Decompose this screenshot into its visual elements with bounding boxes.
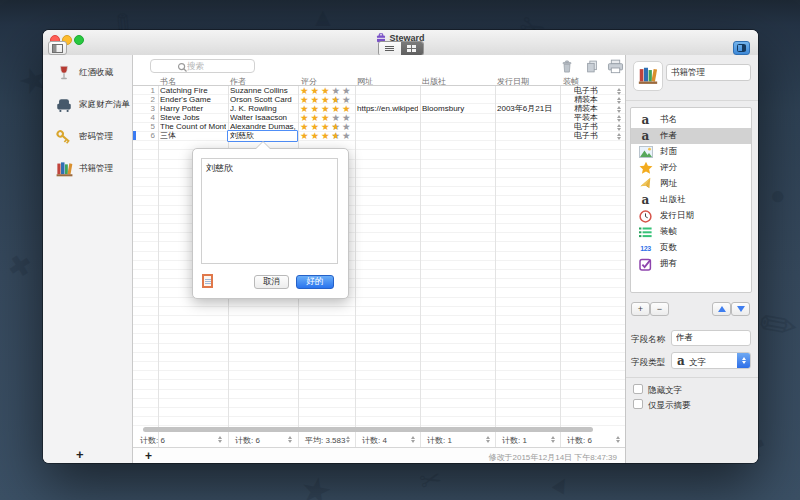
desktop-background: ★✎▲✂★●✎✖★✎▲✖✂ Steward xyxy=(0,0,800,500)
field-row-title[interactable]: a 书名 xyxy=(631,112,751,128)
url-icon xyxy=(638,177,653,192)
collections-sidebar: 红酒收藏 家庭财产清单 xyxy=(43,55,133,463)
horizontal-scrollbar[interactable] xyxy=(143,427,593,432)
cancel-button[interactable]: 取消 xyxy=(254,275,289,289)
field-name-input[interactable] xyxy=(671,330,751,346)
table-row[interactable]: 2 Ender's Game Orson Scott Card ★★★★★★ 精… xyxy=(133,95,625,104)
field-row-publisher[interactable]: a 出版社 xyxy=(631,192,751,208)
author-edit-input[interactable] xyxy=(228,132,290,140)
text-icon: a xyxy=(638,113,653,128)
sidebar-item-books[interactable]: 书籍管理 xyxy=(43,155,133,183)
stat-stepper[interactable] xyxy=(484,435,491,444)
field-label: 出版社 xyxy=(660,194,686,206)
field-type-label: 字段类型 xyxy=(631,357,665,369)
field-row-binding[interactable]: 装帧 xyxy=(631,224,751,240)
field-row-rating[interactable]: 评分 xyxy=(631,160,751,176)
sidebar-item-property[interactable]: 家庭财产清单 xyxy=(43,91,133,119)
table-row[interactable]: 4 Steve Jobs Walter Isaacson ★★★★★ 平装本 xyxy=(133,113,625,122)
field-label: 封面 xyxy=(660,146,677,158)
text-icon: a xyxy=(638,129,653,144)
field-row-owned[interactable]: 拥有 xyxy=(631,256,751,272)
hide-text-checkbox[interactable] xyxy=(633,384,643,394)
down-arrow-icon xyxy=(737,306,745,312)
add-record-button[interactable]: + xyxy=(145,449,152,463)
stat-stepper[interactable] xyxy=(549,435,556,444)
binding-stepper[interactable] xyxy=(616,114,622,122)
field-row-cover[interactable]: 封面 xyxy=(631,144,751,160)
table-row-selected[interactable]: 6 三体 ★★★★★★ 电子书 xyxy=(133,131,625,140)
table-row[interactable]: 3 Harry Potter J. K. Rowling ★★★★★ https… xyxy=(133,104,625,113)
stat-title[interactable]: 计数: 6 xyxy=(140,435,165,446)
stat-url[interactable]: 计数: 4 xyxy=(362,435,387,446)
stat-date[interactable]: 计数: 1 xyxy=(502,435,527,446)
list-view-segment[interactable] xyxy=(379,42,401,55)
app-window: Steward xyxy=(43,30,758,463)
stat-publisher[interactable]: 计数: 1 xyxy=(427,435,452,446)
duplicate-record-button[interactable] xyxy=(583,58,601,74)
popover-text-editor[interactable]: 刘慈欣 xyxy=(201,158,338,264)
field-label: 页数 xyxy=(660,242,677,254)
stat-stepper[interactable] xyxy=(614,435,621,444)
stat-stepper[interactable] xyxy=(344,435,351,444)
fields-panel-toggle-button[interactable] xyxy=(733,41,750,55)
stat-rating[interactable]: 平均: 3.583 xyxy=(305,435,345,446)
field-row-pages[interactable]: 123 页数 xyxy=(631,240,751,256)
collection-icon-box[interactable] xyxy=(633,61,663,91)
add-field-button[interactable]: + xyxy=(631,302,650,316)
field-row-date[interactable]: 发行日期 xyxy=(631,208,751,224)
list-view-icon xyxy=(385,45,394,52)
rating-stars[interactable]: ★★★★★★ xyxy=(300,131,356,140)
search-field[interactable] xyxy=(150,59,255,73)
binding-stepper[interactable] xyxy=(616,123,622,131)
stat-author[interactable]: 计数: 6 xyxy=(235,435,260,446)
sidebar-toggle-button[interactable] xyxy=(48,41,67,55)
text-snippet-icon[interactable] xyxy=(202,274,213,288)
field-type-dropdown[interactable]: a 文字 xyxy=(671,352,751,369)
binding-stepper[interactable] xyxy=(616,105,622,113)
add-collection-button[interactable]: + xyxy=(76,447,84,462)
rating-stars[interactable]: ★★★★★ xyxy=(300,104,356,113)
field-label: 拥有 xyxy=(660,258,677,270)
table-row[interactable]: 5 The Count of Monte... Alexandre Dumas,… xyxy=(133,122,625,131)
cell-title: Catching Fire xyxy=(160,86,226,95)
delete-record-button[interactable] xyxy=(558,58,576,74)
move-field-down-button[interactable] xyxy=(731,302,750,316)
field-label: 发行日期 xyxy=(660,210,694,222)
cell-date: 2003年6月21日 xyxy=(497,104,558,113)
rating-stars[interactable]: ★★★★★ xyxy=(300,86,356,95)
search-input[interactable] xyxy=(187,60,247,72)
wine-glass-icon xyxy=(54,63,74,83)
table-row[interactable]: 1 Catching Fire Suzanne Collins ★★★★★ 电子… xyxy=(133,86,625,95)
stat-stepper[interactable] xyxy=(409,435,416,444)
field-row-author-selected[interactable]: a 作者 xyxy=(631,128,751,144)
text-icon: a xyxy=(677,355,685,367)
summary-only-checkbox[interactable] xyxy=(633,399,643,409)
modified-timestamp: 修改于2015年12月14日 下午8:47:39 xyxy=(488,452,617,463)
stat-binding[interactable]: 计数: 6 xyxy=(567,435,592,446)
field-row-url[interactable]: 网址 xyxy=(631,176,751,192)
cell-binding: 电子书 xyxy=(574,131,614,140)
sidebar-item-passwords[interactable]: 密码管理 xyxy=(43,123,133,151)
print-button[interactable] xyxy=(606,58,624,74)
binding-stepper[interactable] xyxy=(616,96,622,104)
field-label: 书名 xyxy=(660,114,677,126)
binding-stepper[interactable] xyxy=(616,132,622,140)
field-list: a 书名 a 作者 封面 评分 xyxy=(630,107,752,293)
books-icon xyxy=(54,159,74,179)
binding-stepper[interactable] xyxy=(616,87,622,95)
sidebar-item-wine[interactable]: 红酒收藏 xyxy=(43,59,133,87)
stat-stepper[interactable] xyxy=(216,435,223,444)
collection-name-input[interactable] xyxy=(666,64,751,81)
rating-stars[interactable]: ★★★★★★ xyxy=(300,122,356,131)
cell-author: Suzanne Collins xyxy=(230,86,296,95)
rating-stars[interactable]: ★★★★★★ xyxy=(300,95,356,104)
move-field-up-button[interactable] xyxy=(712,302,731,316)
remove-field-button[interactable]: − xyxy=(650,302,669,316)
rating-stars[interactable]: ★★★★★ xyxy=(300,113,356,122)
table-footer: + 修改于2015年12月14日 下午8:47:39 xyxy=(133,447,625,463)
ok-button[interactable]: 好的 xyxy=(296,275,334,289)
stat-stepper[interactable] xyxy=(286,435,293,444)
view-mode-segmented-control xyxy=(378,41,424,56)
table-view-segment[interactable] xyxy=(401,42,423,55)
key-icon xyxy=(54,127,74,147)
